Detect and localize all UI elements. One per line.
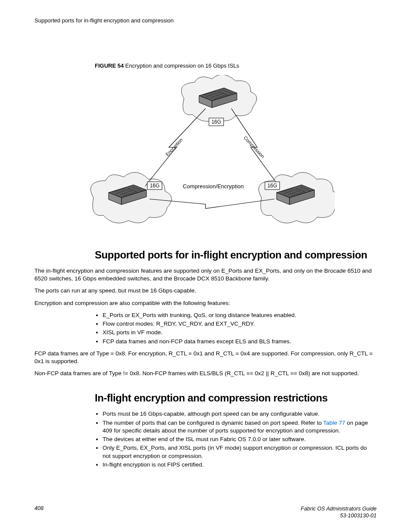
list-item-text: The number of ports that can be configur… (103, 420, 323, 426)
list-item: The number of ports that can be configur… (103, 419, 372, 435)
figure-label-top: 16G (212, 119, 221, 125)
figure-edge-compression: Compression (243, 135, 265, 159)
list-item: The devices at either end of the ISL mus… (103, 436, 372, 443)
section1-heading: Supported ports for in-flight encryption… (95, 249, 377, 261)
figure-edge-bottom: Compression/Encryption (183, 183, 244, 190)
section2-bullets: Ports must be 16 Gbps-capable, although … (95, 410, 372, 469)
figure-diagram: 16G 16G 16G Encryption Compression Compr… (76, 75, 335, 234)
figure-number: FIGURE 54 (95, 62, 124, 69)
section1-p3: Encryption and compression are also comp… (34, 299, 377, 307)
section1-p5: Non-FCP data frames are of Type != 0x8. … (34, 370, 377, 377)
running-header: Supported ports for in-flight encryption… (34, 17, 377, 24)
table-77-link[interactable]: Table 77 (323, 420, 345, 426)
list-item: Ports must be 16 Gbps-capable, although … (103, 410, 372, 418)
footer-title: Fabric OS Administrators Guide (301, 506, 377, 512)
section1-p2: The ports can run at any speed, but must… (34, 287, 377, 295)
figure-label-left: 16G (150, 183, 160, 189)
list-item: In-flight encryption is not FIPS certifi… (103, 461, 372, 469)
footer-docnum: 53-1003130-01 (340, 513, 377, 519)
page-number: 408 (34, 505, 44, 511)
section1-bullets: E_Ports or EX_Ports with trunking, QoS, … (95, 311, 372, 345)
list-item: E_Ports or EX_Ports with trunking, QoS, … (103, 311, 372, 319)
figure-title: Encryption and compression on 16 Gbps IS… (124, 62, 239, 69)
figure-label-right: 16G (268, 183, 277, 189)
list-item: Only E_Ports, EX_Ports, and XISL ports (… (103, 444, 372, 460)
figure-edge-encryption: Encryption (165, 137, 184, 157)
section2-heading: In-flight encryption and compression res… (95, 392, 377, 404)
page-footer: 408 Fabric OS Administrators Guide 53-10… (34, 505, 377, 520)
section1-p4: FCP data frames are of Type = 0x8. For e… (34, 350, 377, 365)
figure-caption: FIGURE 54 Encryption and compression on … (95, 62, 377, 69)
section1-p1: The in-flight encryption and compression… (34, 267, 377, 283)
list-item: XISL ports in VF mode. (103, 329, 372, 336)
list-item: Flow control modes: R_RDY, VC_RDY, and E… (103, 320, 372, 328)
list-item: FCP data frames and non-FCP data frames … (103, 338, 372, 345)
